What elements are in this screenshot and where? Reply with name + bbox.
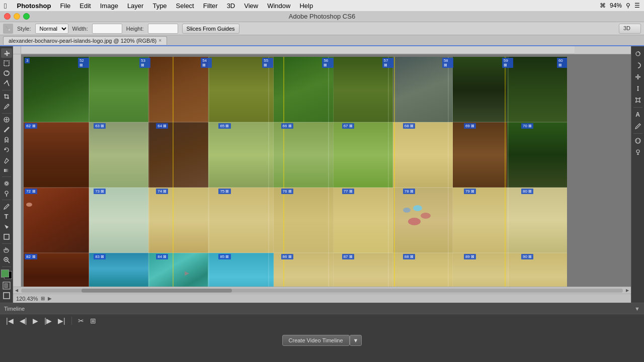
wand-tool[interactable]: [1, 78, 12, 88]
lasso-tool[interactable]: [1, 68, 12, 78]
scroll-thumb[interactable]: [82, 289, 232, 293]
eyedropper-tool[interactable]: [1, 102, 12, 112]
3d-object-scale-tool[interactable]: [632, 95, 643, 106]
3d-object-roll-tool[interactable]: [632, 60, 643, 71]
3d-selector[interactable]: 3D: [619, 24, 641, 34]
timeline-play-button[interactable]: ▶: [31, 316, 40, 326]
svg-point-45: [636, 150, 639, 153]
tab-close-button[interactable]: ×: [158, 38, 162, 43]
create-video-timeline-group: Create Video Timeline ▼: [282, 335, 362, 346]
gradient-tool[interactable]: [1, 165, 12, 175]
height-input[interactable]: [148, 24, 178, 34]
timeline-skip-start-button[interactable]: |◀: [4, 316, 16, 326]
horizontal-scrollbar[interactable]: ◀ ▶: [13, 287, 631, 294]
menu-image[interactable]: Image: [96, 1, 122, 11]
width-input[interactable]: [92, 24, 122, 34]
pen-tool[interactable]: [1, 202, 12, 211]
zoom-level: 120.43%: [16, 296, 38, 302]
svg-point-10: [5, 182, 9, 186]
create-video-timeline-button[interactable]: Create Video Timeline: [282, 335, 350, 346]
document-filename: alexander-bocharov-pearl-islands-logo.jp…: [9, 38, 156, 44]
width-label: Width:: [72, 26, 88, 32]
svg-point-8: [5, 137, 8, 140]
style-select[interactable]: Normal: [35, 24, 68, 34]
right-tool-divider-2: [633, 133, 642, 134]
document-tab[interactable]: alexander-bocharov-pearl-islands-logo.jp…: [3, 36, 167, 45]
menu-edit[interactable]: Edit: [75, 1, 95, 11]
menu-select[interactable]: Select: [172, 1, 198, 11]
crop-tool[interactable]: [1, 92, 12, 101]
timeline-controls-separator: [71, 317, 72, 325]
menu-help[interactable]: Help: [295, 1, 317, 11]
pen-right-tool[interactable]: [632, 121, 643, 132]
svg-point-44: [636, 138, 639, 143]
svg-rect-22: [21, 46, 575, 54]
zoom-tool[interactable]: [1, 255, 12, 265]
close-button[interactable]: [4, 13, 11, 20]
type-tool[interactable]: T: [1, 212, 12, 221]
menu-file[interactable]: File: [56, 1, 74, 11]
scroll-track[interactable]: [21, 289, 623, 293]
status-bar: 120.43% ⊞ ▶: [13, 294, 631, 303]
clone-tool[interactable]: [1, 135, 12, 145]
timeline-next-frame-button[interactable]: |▶: [42, 316, 54, 326]
brush-tool[interactable]: [1, 125, 12, 135]
canvas-container[interactable]: 52 ⊠ 53 ⊠ 54 ⊠ 55 ⊠ 56 ⊠ 57 ⊠ 58 ⊠ 59 ⊠ …: [21, 54, 631, 287]
menu-window[interactable]: Window: [263, 1, 294, 11]
select-rect-tool[interactable]: [1, 58, 12, 68]
scroll-left-button[interactable]: ◀: [14, 288, 19, 293]
canvas-area: // Can't use script in SVG inline: [13, 46, 631, 303]
eraser-tool[interactable]: [1, 155, 12, 165]
3d-object-rotate-tool[interactable]: [632, 48, 643, 59]
timeline-skip-end-button[interactable]: ▶|: [56, 316, 67, 326]
search-icon[interactable]: ⚲: [626, 2, 630, 9]
hand-tool[interactable]: [1, 245, 12, 255]
timeline-cut-button[interactable]: ✂: [76, 316, 86, 326]
3d-light-tool[interactable]: [632, 147, 643, 158]
dodge-tool[interactable]: [1, 189, 12, 198]
heal-tool[interactable]: [1, 115, 12, 125]
tool-divider-5: [2, 243, 11, 244]
height-label: Height:: [126, 26, 144, 32]
menu-filter[interactable]: Filter: [199, 1, 222, 11]
menu-3d[interactable]: 3D: [223, 1, 239, 11]
create-video-timeline-dropdown-button[interactable]: ▼: [350, 335, 362, 346]
path-select-tool[interactable]: [1, 222, 12, 232]
menu-type[interactable]: Type: [148, 1, 171, 11]
nav-play-icon[interactable]: ▶: [48, 296, 52, 301]
app-title: Adobe Photoshop CS6: [289, 13, 355, 20]
svg-point-2: [6, 80, 8, 81]
3d-object-pan-tool[interactable]: [632, 71, 643, 82]
timeline-convert-button[interactable]: ⊞: [88, 316, 98, 326]
control-panel-icon[interactable]: ☰: [634, 2, 640, 9]
shape-tool[interactable]: [1, 232, 12, 242]
screen-mode-button[interactable]: [1, 291, 12, 301]
timeline-collapse-button[interactable]: ▼: [634, 306, 640, 312]
menu-view[interactable]: View: [240, 1, 262, 11]
3d-material-tool[interactable]: [632, 135, 643, 146]
tool-divider-6: [2, 266, 11, 267]
timeline-prev-frame-button[interactable]: ◀|: [18, 316, 29, 326]
3d-object-slide-tool[interactable]: [632, 83, 643, 94]
svg-rect-9: [4, 169, 9, 172]
slices-from-guides-button[interactable]: Slices From Guides: [182, 24, 239, 34]
menu-photoshop[interactable]: Photoshop: [13, 1, 55, 11]
timeline-controls: |◀ ◀| ▶ |▶ ▶| ✂ ⊞: [0, 314, 644, 327]
scroll-right-button[interactable]: ▶: [625, 288, 630, 293]
blur-tool[interactable]: [1, 178, 12, 188]
type-right-tool[interactable]: A: [632, 109, 643, 120]
menu-layer[interactable]: Layer: [123, 1, 148, 11]
maximize-button[interactable]: [23, 13, 30, 20]
move-tool[interactable]: [1, 48, 12, 58]
ruler-horizontal: // Can't use script in SVG inline: [13, 46, 631, 54]
minimize-button[interactable]: [14, 13, 20, 20]
timeline-title: Timeline: [4, 306, 25, 312]
history-brush-tool[interactable]: [1, 145, 12, 155]
svg-rect-42: [636, 99, 639, 102]
foreground-color-swatch[interactable]: [1, 269, 9, 278]
canvas-wrapper: 52 ⊠ 53 ⊠ 54 ⊠ 55 ⊠ 56 ⊠ 57 ⊠ 58 ⊠ 59 ⊠ …: [13, 54, 631, 287]
right-tool-divider-1: [633, 107, 642, 108]
apple-menu-icon[interactable]: : [4, 2, 7, 10]
svg-line-1: [7, 81, 9, 86]
quick-mask-button[interactable]: [1, 281, 12, 291]
